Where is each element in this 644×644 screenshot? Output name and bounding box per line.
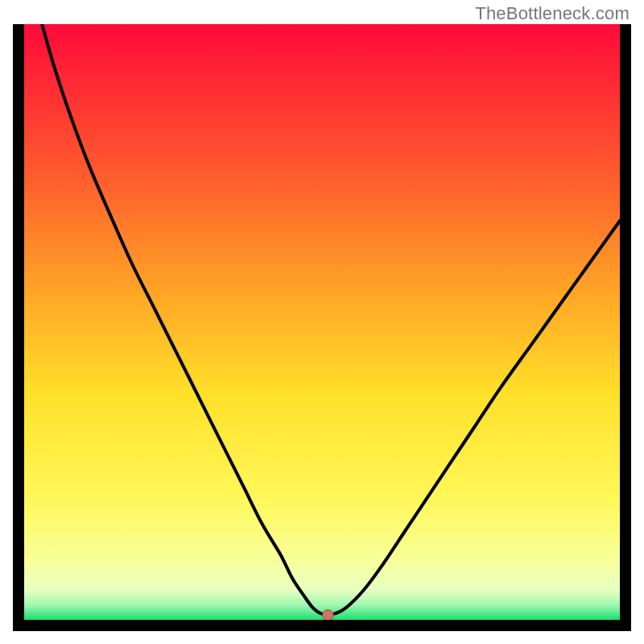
chart-frame [13,24,631,631]
minimum-marker [323,609,333,620]
watermark-text: TheBottleneck.com [475,3,630,24]
chart-plot-area [24,24,620,620]
chart-curve [24,24,620,620]
